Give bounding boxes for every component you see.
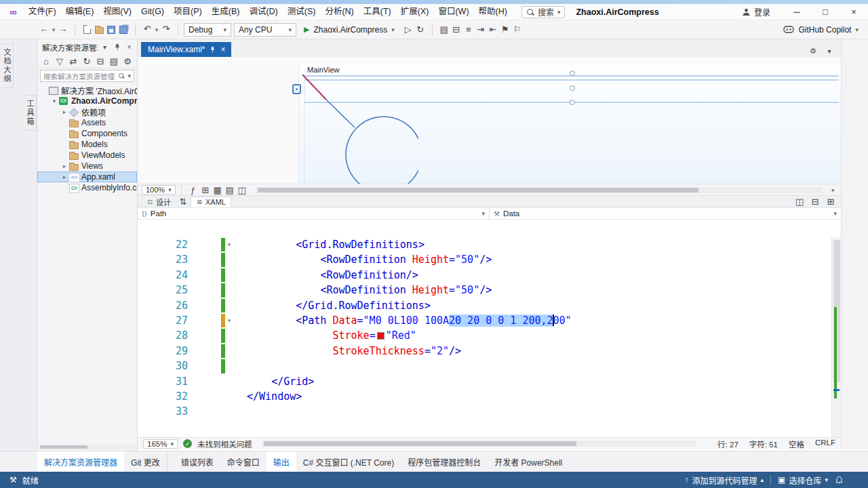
- background-tasks-icon[interactable]: ⚒: [9, 475, 17, 485]
- solution-horizontal-scrollbar[interactable]: [39, 445, 136, 449]
- sync-active-document-icon[interactable]: ⇄: [67, 56, 79, 68]
- code-line[interactable]: 27▾ <Path Data="M0 0L100 100A20 20 0 0 1…: [138, 313, 841, 328]
- code-line[interactable]: 29 StrokeThickness="2"/>: [138, 344, 841, 359]
- close-icon[interactable]: ×: [124, 42, 134, 52]
- panel-tab[interactable]: 开发者 PowerShell: [488, 451, 569, 472]
- new-file-icon[interactable]: [81, 23, 93, 35]
- code-line[interactable]: 23 <RowDefinition Height="50"/>: [138, 252, 841, 267]
- expander-icon[interactable]: ▸: [60, 108, 68, 115]
- expander-icon[interactable]: ▸: [60, 174, 68, 180]
- toolbox-rail-tab[interactable]: 工具箱: [24, 95, 37, 131]
- code-line[interactable]: 24 <RowDefinition/>: [138, 268, 841, 283]
- document-list-icon[interactable]: ▾: [823, 45, 835, 57]
- menu-item[interactable]: 分析(N): [320, 4, 358, 20]
- menu-item[interactable]: 调试(D): [244, 4, 282, 20]
- copilot-badge[interactable]: GitHub Copilot ▾: [783, 25, 859, 35]
- tree-item[interactable]: Models: [37, 139, 137, 150]
- solution-search-box[interactable]: 搜索解决方案资源管理器(Ctrl+;) ▾: [40, 70, 134, 82]
- row-anchor-adorner[interactable]: [292, 84, 301, 94]
- redo-icon[interactable]: ↷: [160, 23, 172, 35]
- designer-horizontal-scrollbar[interactable]: [256, 187, 822, 193]
- snap-lines-icon[interactable]: ◫: [236, 184, 248, 196]
- collapse-all-icon[interactable]: ⊟: [94, 56, 106, 68]
- xaml-code-editor[interactable]: 22▾ <Grid.RowDefinitions>23 <RowDefiniti…: [138, 237, 841, 437]
- bookmark-icon[interactable]: ⚑: [499, 24, 511, 36]
- code-line[interactable]: 25 <RowDefinition Height="50"/>: [138, 283, 841, 298]
- editor-vertical-scrollbar[interactable]: [831, 237, 841, 437]
- menu-item[interactable]: 文件(F): [24, 4, 61, 20]
- refresh-icon[interactable]: ↻: [81, 56, 93, 68]
- panel-tab[interactable]: 错误列表: [174, 451, 220, 472]
- maximize-button[interactable]: □: [811, 4, 840, 20]
- design-view-tab[interactable]: ⊡设计: [142, 197, 176, 207]
- breadcrumb-attribute[interactable]: ⚒ Data ▾: [489, 208, 841, 219]
- expand-pane-icon[interactable]: ⊞: [825, 196, 837, 208]
- menu-item[interactable]: 生成(B): [207, 4, 245, 20]
- save-icon[interactable]: [105, 24, 117, 36]
- properties-icon[interactable]: ⚙: [121, 56, 134, 68]
- window-position-icon[interactable]: ▾: [100, 42, 110, 52]
- filter-icon[interactable]: ▽: [54, 56, 66, 68]
- panel-tab[interactable]: 程序包管理器控制台: [401, 451, 488, 472]
- configuration-select[interactable]: Debug▾: [184, 23, 231, 37]
- undo-dropdown-icon[interactable]: ▾: [153, 24, 160, 36]
- expander-icon[interactable]: ▸: [60, 163, 68, 169]
- swap-panes-icon[interactable]: ⇅: [177, 196, 189, 208]
- outdent-icon[interactable]: ⇤: [487, 24, 499, 36]
- xaml-designer[interactable]: MainView: [138, 57, 841, 201]
- notifications-bell-button[interactable]: [835, 476, 844, 485]
- close-tab-icon[interactable]: ×: [220, 45, 225, 54]
- breadcrumb-element[interactable]: ⟨⟩ Path ▾: [138, 208, 489, 219]
- show-all-files-icon[interactable]: ▤: [108, 56, 120, 68]
- menu-item[interactable]: 项目(P): [169, 4, 207, 20]
- minimize-button[interactable]: ─: [783, 4, 811, 20]
- sign-in-button[interactable]: 登录: [742, 6, 770, 18]
- indent-icon[interactable]: ⇥: [475, 24, 487, 36]
- code-line[interactable]: 33: [138, 404, 841, 419]
- document-outline-rail-tab[interactable]: 文档大纲: [1, 43, 14, 88]
- effects-icon[interactable]: ƒ: [187, 184, 199, 196]
- pin-icon[interactable]: [112, 42, 122, 52]
- menu-item[interactable]: 工具(T): [359, 4, 396, 20]
- tree-item[interactable]: ▾Zhaoxi.AirCompress: [37, 96, 137, 106]
- tree-item[interactable]: Assets: [37, 117, 137, 128]
- menu-item[interactable]: 窗口(W): [433, 4, 473, 20]
- guides-icon[interactable]: ▤: [224, 184, 236, 196]
- panel-tab[interactable]: 解决方案资源管理器: [37, 451, 124, 472]
- panel-tab[interactable]: Git 更改: [124, 451, 167, 472]
- code-line[interactable]: 31 </Grid>: [138, 374, 841, 389]
- hot-reload-icon[interactable]: ↻: [414, 24, 427, 36]
- platform-select[interactable]: Any CPU▾: [234, 23, 296, 37]
- fold-chevron-icon[interactable]: ▾: [227, 237, 231, 252]
- editor-horizontal-scrollbar[interactable]: [262, 441, 696, 447]
- start-debugging-button[interactable]: ▶ Zhaoxi.AirCompress ▾: [299, 23, 399, 37]
- home-icon[interactable]: ⌂: [40, 56, 52, 68]
- tree-item[interactable]: 解决方案 'Zhaoxi.AirCompr: [37, 85, 137, 96]
- quick-search-box[interactable]: 搜索 ▾: [521, 6, 566, 18]
- forward-icon[interactable]: →: [57, 23, 69, 35]
- run-without-debug-icon[interactable]: ▷: [402, 24, 414, 36]
- tree-item[interactable]: ▸App.xaml: [37, 171, 137, 182]
- xaml-view-tab[interactable]: ⊠XAML: [191, 197, 231, 207]
- split-vertical-icon[interactable]: ◫: [793, 196, 806, 208]
- designer-zoom-select[interactable]: 100%▾: [142, 185, 176, 195]
- pin-icon[interactable]: [210, 46, 216, 53]
- tree-item[interactable]: Components: [37, 128, 137, 139]
- add-to-source-control-button[interactable]: ↑ 添加到源代码管理 ▴: [685, 474, 764, 486]
- menu-item[interactable]: 编辑(E): [61, 4, 99, 20]
- tree-item[interactable]: AssemblyInfo.cs: [37, 182, 137, 193]
- menu-item[interactable]: Git(G): [136, 4, 169, 20]
- menu-item[interactable]: 测试(S): [283, 4, 321, 20]
- bookmark-list-icon[interactable]: ⚐: [511, 24, 524, 36]
- comment-icon[interactable]: ≡: [462, 24, 475, 36]
- profiler-icon[interactable]: ▤: [438, 24, 450, 36]
- tree-item[interactable]: ViewModels: [37, 150, 137, 161]
- gear-icon[interactable]: ⚙: [807, 45, 819, 57]
- editor-zoom-select[interactable]: 165%▾: [143, 439, 178, 449]
- undo-icon[interactable]: ↶: [141, 23, 153, 35]
- expander-icon[interactable]: ▾: [50, 98, 58, 104]
- tree-item[interactable]: ▸Views: [37, 161, 137, 171]
- code-line[interactable]: 32</Window>: [138, 389, 841, 404]
- save-all-icon[interactable]: [117, 24, 130, 36]
- grid-icon[interactable]: ⊞: [199, 184, 212, 196]
